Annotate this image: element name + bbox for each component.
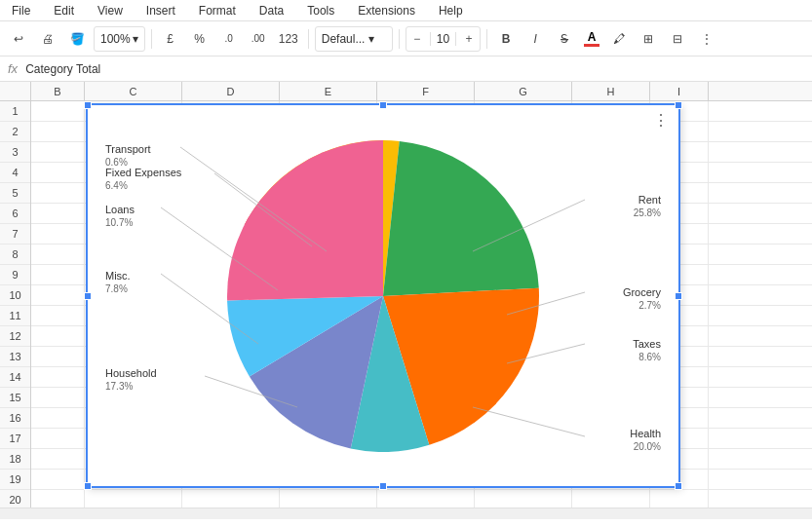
grid-cell[interactable] (31, 470, 85, 490)
menu-file[interactable]: File (8, 2, 34, 19)
grid-cell[interactable] (31, 163, 85, 183)
row-num-1: 1 (0, 101, 30, 122)
bold-button[interactable]: B (493, 26, 519, 52)
grid-cell[interactable] (377, 490, 475, 508)
row-numbers: 1234567891011121314151617181920 (0, 101, 31, 508)
row-num-3: 3 (0, 142, 30, 163)
percent-button[interactable]: % (187, 26, 213, 52)
zoom-chevron: ▾ (133, 32, 138, 46)
decimal-dec-button[interactable]: .0 (216, 26, 242, 52)
row-num-13: 13 (0, 347, 30, 367)
row-num-2: 2 (0, 122, 30, 142)
borders-button[interactable]: ⊞ (636, 26, 661, 52)
menu-data[interactable]: Data (255, 2, 288, 19)
grid-cell[interactable] (572, 490, 650, 508)
grid-container: 1234567891011121314151617181920 ⋮ (0, 101, 812, 508)
grid-cell[interactable] (31, 326, 85, 347)
formula-bar: fx Category Total (0, 56, 812, 82)
font-size-increase[interactable]: + (458, 26, 480, 52)
col-header-d[interactable]: D (182, 82, 280, 100)
more-button[interactable]: ⋮ (694, 26, 719, 52)
row-num-15: 15 (0, 388, 30, 408)
col-header-g[interactable]: G (475, 82, 572, 100)
font-chevron: ▾ (368, 32, 374, 46)
chart-container[interactable]: ⋮ (86, 103, 680, 488)
font-name: Defaul... (322, 32, 366, 46)
row-number-header (0, 82, 31, 100)
row-num-9: 9 (0, 265, 30, 285)
col-header-h[interactable]: H (572, 82, 650, 100)
row-num-19: 19 (0, 470, 30, 490)
grid-cell[interactable] (650, 490, 709, 508)
grid-cell[interactable] (31, 367, 85, 388)
grid-cell[interactable] (31, 408, 85, 429)
menu-insert[interactable]: Insert (142, 2, 179, 19)
label-rent: Rent 25.8% (634, 193, 661, 219)
grid-cell[interactable] (31, 122, 85, 142)
merge-button[interactable]: ⊟ (665, 26, 690, 52)
chart-inner: Transport 0.6% Fixed Expenses 6.4% Loans… (88, 105, 678, 486)
grid-row[interactable] (31, 490, 812, 508)
sep2 (308, 29, 309, 49)
number-format-button[interactable]: 123 (275, 26, 302, 52)
font-size-decrease[interactable]: − (406, 26, 428, 52)
grid-cell[interactable] (31, 245, 85, 265)
grid-cell[interactable] (31, 285, 85, 306)
grid-cell[interactable] (85, 490, 182, 508)
menu-extensions[interactable]: Extensions (354, 2, 419, 19)
font-select[interactable]: Defaul... ▾ (315, 26, 393, 52)
grid-cell[interactable] (31, 306, 85, 326)
grid-cell[interactable] (182, 490, 280, 508)
grid-body: ⋮ (31, 101, 812, 508)
label-grocery: Grocery 2.7% (623, 285, 661, 312)
zoom-select[interactable]: 100% ▾ (94, 26, 145, 52)
menu-edit[interactable]: Edit (50, 2, 78, 19)
grid-cell[interactable] (31, 224, 85, 245)
sep3 (399, 29, 400, 49)
col-header-f[interactable]: F (377, 82, 475, 100)
row-num-18: 18 (0, 449, 30, 470)
grid-cell[interactable] (31, 183, 85, 204)
font-size-value[interactable]: 10 (430, 32, 456, 46)
grid-cell[interactable] (31, 347, 85, 367)
text-color-button[interactable]: A (581, 26, 602, 52)
col-header-i[interactable]: I (650, 82, 709, 100)
label-health: Health 20.0% (630, 427, 661, 453)
grid-cell[interactable] (31, 265, 85, 285)
highlight-color-button[interactable]: 🖍 (606, 26, 632, 52)
print-button[interactable]: 🖨 (35, 26, 60, 52)
row-num-12: 12 (0, 326, 30, 347)
row-num-6: 6 (0, 204, 30, 224)
col-header-e[interactable]: E (280, 82, 377, 100)
text-color-label: A (588, 30, 597, 44)
menu-view[interactable]: View (94, 2, 127, 19)
decimal-inc-button[interactable]: .00 (246, 26, 271, 52)
grid-cell[interactable] (31, 388, 85, 408)
grid-cell[interactable] (280, 490, 377, 508)
grid-cell[interactable] (31, 449, 85, 470)
grid-cell[interactable] (31, 101, 85, 122)
grid-cell[interactable] (31, 142, 85, 163)
grid-cell[interactable] (31, 204, 85, 224)
row-num-14: 14 (0, 367, 30, 388)
grid-cell[interactable] (31, 429, 85, 449)
col-header-c[interactable]: C (85, 82, 182, 100)
text-color-bar (584, 44, 599, 47)
row-num-5: 5 (0, 183, 30, 204)
italic-button[interactable]: I (522, 26, 548, 52)
menu-help[interactable]: Help (435, 2, 467, 19)
paint-format-button[interactable]: 🪣 (64, 26, 90, 52)
label-misc: Misc. 7.8% (105, 269, 131, 295)
row-num-16: 16 (0, 408, 30, 429)
scrollbar[interactable] (0, 508, 812, 519)
undo-button[interactable]: ↩ (6, 26, 31, 52)
menu-format[interactable]: Format (195, 2, 240, 19)
col-header-b[interactable]: B (31, 82, 85, 100)
menu-tools[interactable]: Tools (303, 2, 338, 19)
strikethrough-button[interactable]: S̶ (552, 26, 577, 52)
fx-label: fx (8, 61, 18, 76)
toolbar: ↩ 🖨 🪣 100% ▾ £ % .0 .00 123 Defaul... ▾ … (0, 21, 812, 56)
grid-cell[interactable] (475, 490, 572, 508)
grid-cell[interactable] (31, 490, 85, 508)
currency-button[interactable]: £ (158, 26, 183, 52)
